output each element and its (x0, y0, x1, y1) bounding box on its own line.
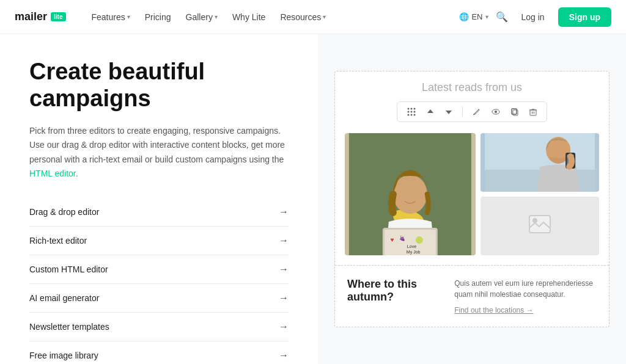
svg-point-0 (408, 108, 410, 110)
svg-rect-11 (513, 110, 518, 115)
chevron-down-icon: ▾ (323, 13, 326, 20)
email-promo-section: Where to this autumn? Quis autem vel eum… (335, 265, 609, 327)
svg-point-5 (414, 111, 416, 113)
move-down-button[interactable] (441, 106, 456, 117)
hero-title: Create beautiful campaigns (29, 59, 289, 112)
arrow-icon: → (279, 321, 289, 332)
feature-item-custom-html[interactable]: Custom HTML editor → (29, 255, 289, 284)
promo-title: Where to this autumn? (347, 278, 442, 315)
svg-point-4 (411, 111, 413, 113)
nav-item-features[interactable]: Features ▾ (86, 9, 136, 26)
svg-point-16 (393, 175, 427, 214)
image-top-right (481, 133, 599, 192)
main-content: Create beautiful campaigns Pick from thr… (0, 34, 626, 364)
svg-point-6 (408, 114, 410, 116)
svg-point-7 (411, 114, 413, 116)
hero-description: Pick from three editors to create engagi… (29, 124, 286, 180)
move-up-button[interactable] (423, 106, 438, 117)
arrow-icon: → (279, 206, 289, 217)
arrow-icon: → (279, 235, 289, 246)
grid-button[interactable] (403, 106, 419, 118)
feature-item-rich-text[interactable]: Rich-text editor → (29, 227, 289, 255)
promo-description: Quis autem vel eum iure reprehenderiesse… (454, 278, 597, 300)
nav-item-resources[interactable]: Resources ▾ (274, 9, 332, 26)
logo-text: mailer (15, 10, 47, 23)
promo-content: Quis autem vel eum iure reprehenderiesse… (454, 278, 597, 315)
logo[interactable]: mailer lite (15, 10, 66, 23)
svg-point-8 (414, 114, 416, 116)
image-placeholder (481, 197, 599, 255)
svg-text:My Job: My Job (407, 250, 421, 255)
language-selector[interactable]: 🌐 EN ▾ (459, 12, 488, 21)
email-editor-toolbar (397, 101, 547, 122)
globe-icon: 🌐 (459, 12, 469, 21)
email-preview: Latest reads from us (334, 71, 609, 327)
chevron-down-icon: ▾ (485, 13, 488, 20)
svg-point-10 (495, 111, 497, 113)
edit-button[interactable] (469, 106, 484, 118)
chevron-down-icon: ▾ (215, 13, 218, 20)
svg-text:🍇: 🍇 (399, 235, 405, 241)
svg-rect-12 (512, 109, 517, 114)
feature-item-drag-drop[interactable]: Drag & drop editor → (29, 198, 289, 227)
email-image-grid: ♥ 🍇 Love My Job (335, 128, 609, 265)
toolbar-separator (462, 107, 463, 117)
image-left: ♥ 🍇 Love My Job (345, 133, 476, 255)
feature-item-image-library[interactable]: Free image library → (29, 341, 289, 364)
preview-button[interactable] (488, 107, 504, 117)
login-button[interactable]: Log in (515, 9, 551, 26)
email-toolbar-section: Latest reads from us (335, 71, 609, 128)
nav-item-why-lite[interactable]: Why Lite (226, 9, 271, 26)
left-panel: Create beautiful campaigns Pick from thr… (0, 34, 318, 364)
navbar: mailer lite Features ▾ Pricing Gallery ▾… (0, 0, 626, 34)
nav-right: 🌐 EN ▾ 🔍 Log in Sign up (459, 7, 611, 27)
right-panel: Latest reads from us (318, 34, 626, 364)
image-placeholder-icon (529, 215, 551, 238)
search-button[interactable]: 🔍 (496, 11, 508, 23)
svg-point-1 (411, 108, 413, 110)
nav-links: Features ▾ Pricing Gallery ▾ Why Lite Re… (86, 9, 460, 26)
promo-link[interactable]: Find out the locations → (454, 306, 533, 315)
feature-item-newsletter-templates[interactable]: Newsletter templates → (29, 313, 289, 341)
svg-rect-29 (529, 216, 550, 233)
nav-item-gallery[interactable]: Gallery ▾ (180, 9, 224, 26)
images-right (481, 133, 599, 255)
arrow-icon: → (279, 264, 289, 275)
main-image: ♥ 🍇 Love My Job (345, 133, 476, 255)
svg-text:Love: Love (407, 244, 416, 249)
arrow-icon: → (279, 293, 289, 304)
html-editor-link[interactable]: HTML editor. (29, 169, 78, 178)
logo-lite-badge: lite (51, 12, 65, 21)
svg-point-2 (414, 108, 416, 110)
feature-list: Drag & drop editor → Rich-text editor → … (29, 198, 289, 364)
email-preview-title: Latest reads from us (347, 81, 597, 94)
feature-item-ai-email[interactable]: AI email generator → (29, 284, 289, 313)
nav-item-pricing[interactable]: Pricing (139, 9, 177, 26)
svg-rect-25 (485, 133, 595, 170)
svg-rect-13 (530, 110, 536, 115)
svg-point-30 (532, 218, 537, 223)
copy-button[interactable] (507, 106, 522, 118)
svg-point-21 (416, 236, 423, 244)
svg-point-3 (408, 111, 410, 113)
signup-button[interactable]: Sign up (558, 7, 611, 27)
delete-button[interactable] (526, 106, 540, 118)
arrow-icon: → (279, 350, 289, 361)
chevron-down-icon: ▾ (127, 13, 130, 20)
svg-text:♥: ♥ (391, 236, 394, 243)
